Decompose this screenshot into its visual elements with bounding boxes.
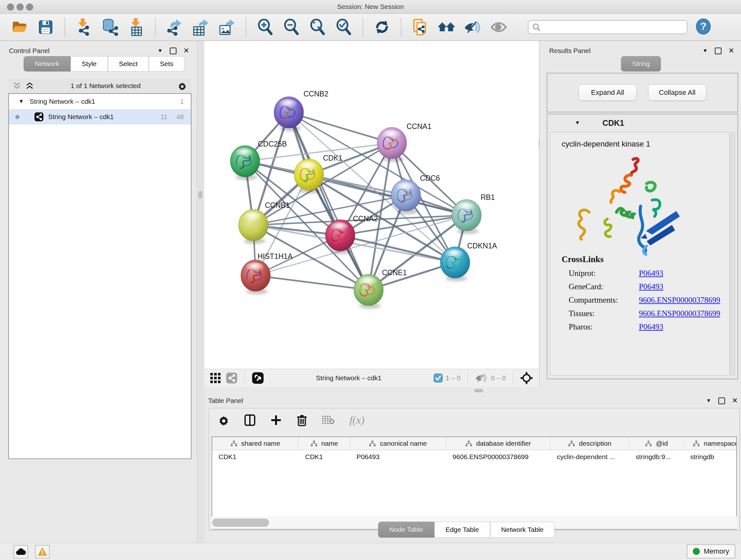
import-network-database-button[interactable] <box>102 18 119 36</box>
tab-edge-table[interactable]: Edge Table <box>434 522 490 538</box>
table-cell[interactable]: stringdb:9... <box>629 453 684 461</box>
node-CCNB2[interactable]: CCNB2 <box>274 90 328 131</box>
tab-network[interactable]: Network <box>23 56 71 71</box>
cloud-status-button[interactable] <box>13 545 28 558</box>
import-network-file-button[interactable] <box>75 18 92 36</box>
node-CCNB1[interactable]: CCNB1 <box>239 201 290 244</box>
network-row-selected[interactable]: String Network – cdk1 11 48 <box>9 109 191 125</box>
entry-expander-icon[interactable]: ▼ <box>575 120 580 126</box>
close-panel-icon[interactable]: ✕ <box>729 47 734 55</box>
collapse-all-icon[interactable] <box>13 82 21 90</box>
table-cell[interactable]: CDK1 <box>212 453 299 461</box>
control-panel-tabs: Network Style Select Sets <box>23 56 185 71</box>
node-RB1[interactable]: RB1 <box>452 193 495 234</box>
graphics-details-button[interactable] <box>464 18 481 36</box>
node-CDC25B[interactable]: CDC25B <box>230 140 287 180</box>
node-result-entry: ▼ CDK1 cyclin-dependent kinase 1 <box>547 114 738 379</box>
fit-selected-crosshair-icon[interactable] <box>520 372 533 384</box>
redraw-button[interactable] <box>374 18 391 36</box>
collapse-panel-icon[interactable]: ▼ <box>703 48 708 54</box>
warnings-button[interactable] <box>35 545 50 558</box>
network-collection-row[interactable]: ▼ String Network – cdk1 1 <box>9 94 191 109</box>
collapse-panel-icon[interactable]: ▼ <box>158 48 163 54</box>
network-view-canvas[interactable]: CCNB2CCNA1CDC25BCDK1CDC6RB1CCNB1CCNA2CDK… <box>204 41 539 369</box>
tab-node-table[interactable]: Node Table <box>378 522 434 538</box>
tab-select[interactable]: Select <box>108 56 149 71</box>
help-button[interactable]: ? <box>696 18 711 36</box>
zoom-fit-button[interactable] <box>309 18 326 36</box>
table-cell[interactable]: stringdb <box>684 453 737 461</box>
expand-all-icon[interactable] <box>25 82 34 90</box>
clone-network-icon <box>413 18 428 36</box>
tab-network-table[interactable]: Network Table <box>490 522 555 538</box>
expand-all-button[interactable]: Expand All <box>579 84 636 101</box>
edge-CCNB2-CCNE1[interactable] <box>289 112 368 290</box>
collection-expander-icon[interactable]: ▼ <box>18 98 24 105</box>
scrollbar-thumb[interactable] <box>212 518 269 527</box>
column-header-namespace[interactable]: namespace <box>684 437 737 450</box>
entry-gene-name: CDK1 <box>603 118 624 128</box>
open-session-button[interactable] <box>11 18 28 36</box>
results-scrollbar[interactable] <box>731 132 735 375</box>
table-cell[interactable]: P06493 <box>350 453 446 461</box>
collapse-all-button[interactable]: Collapse All <box>648 84 706 101</box>
node-HIST1H1A[interactable]: HIST1H1A <box>241 252 293 294</box>
crosslink-link[interactable]: P06493 <box>639 322 663 331</box>
table-settings-gear-icon[interactable] <box>218 415 229 426</box>
close-panel-icon[interactable]: ✕ <box>184 47 189 55</box>
node-CDK1[interactable]: CDK1 <box>294 154 342 193</box>
search-field[interactable] <box>528 20 687 34</box>
memory-button[interactable]: Memory <box>687 544 735 558</box>
tab-string[interactable]: String <box>621 56 661 71</box>
crosslink-link[interactable]: 9606.ENSP00000378699 <box>639 296 720 305</box>
zoom-out-button[interactable] <box>283 18 300 36</box>
export-table-button[interactable] <box>192 18 209 36</box>
import-table-button[interactable] <box>128 18 145 36</box>
birdseye-grid-icon[interactable] <box>210 373 221 383</box>
delete-column-trash-icon[interactable] <box>296 414 307 426</box>
table-splitter-handle[interactable] <box>474 389 483 392</box>
float-panel-icon[interactable] <box>715 48 722 54</box>
highlight-button[interactable] <box>490 18 508 36</box>
column-header-sharedname[interactable]: shared name <box>212 437 299 450</box>
zoom-selected-button[interactable] <box>335 18 352 36</box>
double-home-button[interactable] <box>438 18 455 36</box>
column-header-databaseidentifier[interactable]: database identifier <box>446 437 550 450</box>
close-panel-icon[interactable]: ✕ <box>732 396 738 405</box>
node-entry-header[interactable]: ▼ CDK1 <box>547 114 738 132</box>
crosslink-link[interactable]: P06493 <box>639 282 663 291</box>
crosslink-link[interactable]: P06493 <box>639 269 663 278</box>
save-session-button[interactable] <box>37 18 54 36</box>
column-header-id[interactable]: @id <box>629 437 684 450</box>
table-row[interactable]: CDK1CDK1P064939606.ENSP00000378699cyclin… <box>212 450 736 463</box>
node-CDKN1A[interactable]: CDKN1A <box>441 242 497 281</box>
tab-sets[interactable]: Sets <box>149 56 185 71</box>
table-cell[interactable]: cyclin-dependent ... <box>550 453 629 461</box>
tab-style[interactable]: Style <box>71 56 108 71</box>
column-header-canonicalname[interactable]: canonical name <box>350 437 446 450</box>
column-header-name[interactable]: name <box>299 437 350 450</box>
edge-HIST1H1A-CCNE1[interactable] <box>256 275 368 290</box>
export-network-button[interactable] <box>166 18 183 36</box>
search-input[interactable] <box>541 23 679 31</box>
left-splitter-handle[interactable] <box>199 191 202 199</box>
float-panel-icon[interactable] <box>718 397 725 404</box>
table-cell[interactable]: 9606.ENSP00000378699 <box>446 453 550 461</box>
clone-network-button[interactable] <box>412 18 429 36</box>
left-splitter[interactable] <box>197 41 205 543</box>
network-options-gear-icon[interactable] <box>178 81 187 91</box>
open-in-new-window-icon[interactable] <box>252 372 264 384</box>
edge-CCNB2-CCNA1[interactable] <box>289 112 392 143</box>
zoom-in-button[interactable] <box>257 18 274 36</box>
table-cell[interactable]: CDK1 <box>299 453 350 461</box>
column-header-description[interactable]: description <box>550 437 629 450</box>
node-attribute-table[interactable]: shared namenamecanonical namedatabase id… <box>212 436 737 530</box>
add-column-icon[interactable] <box>270 415 282 426</box>
string-network-graph[interactable]: CCNB2CCNA1CDC25BCDK1CDC6RB1CCNB1CCNA2CDK… <box>204 41 539 369</box>
show-columns-icon[interactable] <box>244 414 256 426</box>
export-image-button[interactable] <box>218 18 235 36</box>
selected-checkbox-icon[interactable] <box>434 374 443 382</box>
collapse-panel-icon[interactable]: ▼ <box>706 398 711 403</box>
crosslink-link[interactable]: 9606.ENSP00000378699 <box>639 309 720 318</box>
float-panel-icon[interactable] <box>170 48 177 54</box>
